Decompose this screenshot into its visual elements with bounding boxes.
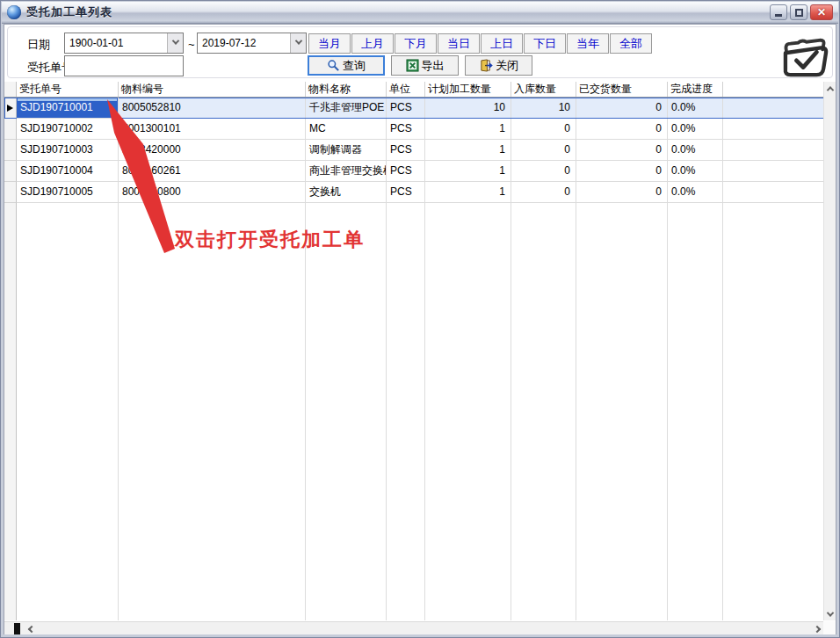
table-row[interactable]: SJD190710005 8005350800 交换机 PCS 1 0 0 0.… <box>4 182 825 203</box>
scrollbar-corner <box>823 621 836 634</box>
vertical-scrollbar[interactable] <box>823 82 836 620</box>
row-selector-cell[interactable] <box>4 98 17 119</box>
column-header-unit[interactable]: 单位 <box>387 82 425 97</box>
order-no-input[interactable] <box>64 55 184 76</box>
horizontal-scrollbar[interactable] <box>4 621 825 634</box>
current-row-arrow-icon <box>7 105 13 112</box>
quick-range-group: 当月 上月 下月 当日 上日 下日 当年 全部 <box>308 33 652 54</box>
table-row[interactable]: SJD190710001 8005052810 千兆非管理POE PCS 10 … <box>4 98 825 119</box>
orders-table: 受托单号 物料编号 物料名称 单位 计划加工数量 入库数量 已交货数量 完成进度… <box>4 82 825 620</box>
close-icon: ✕ <box>817 6 826 18</box>
minimize-button[interactable] <box>770 4 787 20</box>
column-header-delivered-qty[interactable]: 已交货数量 <box>576 82 668 97</box>
table-header-row: 受托单号 物料编号 物料名称 单位 计划加工数量 入库数量 已交货数量 完成进度 <box>4 82 825 98</box>
row-selector-cell[interactable] <box>4 161 17 182</box>
quick-button-next-month[interactable]: 下月 <box>395 33 437 54</box>
app-sphere-icon <box>7 5 21 19</box>
chevron-right-icon <box>814 625 821 632</box>
column-header-filler <box>723 82 825 97</box>
column-header-plan-qty[interactable]: 计划加工数量 <box>425 82 511 97</box>
export-button[interactable]: 导出 <box>391 55 459 76</box>
column-header-material-name[interactable]: 物料名称 <box>306 82 387 97</box>
hscroll-thumb[interactable] <box>14 623 20 634</box>
title-bar: 受托加工单列表 ✕ <box>2 2 838 24</box>
row-selector-header <box>4 82 17 97</box>
magnifier-icon <box>327 59 340 72</box>
column-header-order-no[interactable]: 受托单号 <box>17 82 119 97</box>
maximize-icon <box>795 9 803 17</box>
selected-cell: SJD190710001 <box>17 98 119 119</box>
window-title: 受托加工单列表 <box>26 4 112 20</box>
scroll-left-button[interactable] <box>24 622 40 635</box>
chevron-down-icon <box>827 609 834 616</box>
column-header-material-no[interactable]: 物料编号 <box>119 82 306 97</box>
quick-button-current-month[interactable]: 当月 <box>308 33 351 54</box>
column-header-progress[interactable]: 完成进度 <box>668 82 723 97</box>
date-label: 日期 <box>27 37 50 53</box>
scroll-down-button[interactable] <box>824 607 836 620</box>
table-row[interactable]: SJD190710002 7001300101 MC PCS 1 0 0 0.0… <box>4 119 825 140</box>
quick-button-prev-day[interactable]: 上日 <box>481 33 523 54</box>
chevron-down-icon[interactable] <box>290 33 306 53</box>
date-from-select[interactable]: 1900-01-01 <box>64 33 184 54</box>
app-window: 受托加工单列表 ✕ 日期 1900-01-01 ~ 2019-07-12 受托单… <box>0 0 840 638</box>
quick-button-prev-month[interactable]: 上月 <box>351 33 394 54</box>
quick-button-next-day[interactable]: 下日 <box>524 33 566 54</box>
query-button[interactable]: 查询 <box>308 55 385 76</box>
open-folder-check-icon <box>779 37 830 79</box>
row-selector-cell[interactable] <box>4 182 17 203</box>
row-selector-cell[interactable] <box>4 140 17 161</box>
chevron-left-icon <box>28 625 35 632</box>
scroll-up-button[interactable] <box>824 82 836 95</box>
chevron-up-icon <box>827 86 834 93</box>
maximize-button[interactable] <box>790 4 807 20</box>
close-button[interactable]: ✕ <box>810 4 833 20</box>
table-row[interactable]: SJD190710004 8005160261 商业非管理交换机 PCS 1 0… <box>4 161 825 182</box>
exit-door-icon <box>479 59 493 72</box>
window-content: 日期 1900-01-01 ~ 2019-07-12 受托单号 当月 上月 下月… <box>4 24 836 634</box>
quick-button-this-year[interactable]: 当年 <box>567 33 609 54</box>
row-selector-cell[interactable] <box>4 119 17 140</box>
excel-icon <box>406 59 419 72</box>
range-separator: ~ <box>188 38 195 51</box>
date-to-select[interactable]: 2019-07-12 <box>197 33 307 54</box>
table-row[interactable]: SJD190710003 1003420000 调制解调器 PCS 1 0 0 … <box>4 140 825 161</box>
table-body: SJD190710001 8005052810 千兆非管理POE PCS 10 … <box>4 98 825 203</box>
minimize-icon <box>775 14 782 17</box>
quick-button-all[interactable]: 全部 <box>610 33 652 54</box>
column-header-in-qty[interactable]: 入库数量 <box>511 82 576 97</box>
chevron-down-icon[interactable] <box>167 33 183 53</box>
quick-button-today[interactable]: 当日 <box>438 33 480 54</box>
close-list-button[interactable]: 关闭 <box>465 55 532 76</box>
